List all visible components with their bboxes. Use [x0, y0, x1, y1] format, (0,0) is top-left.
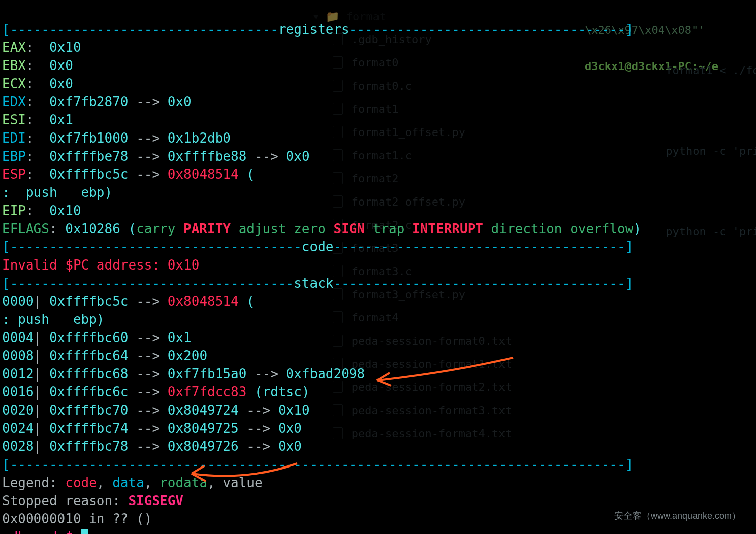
watermark: 安全客（www.anquanke.com） [614, 507, 741, 525]
terminal-output: [----------------------------------regis… [2, 20, 641, 534]
gdb-prompt[interactable]: gdb-peda$ [2, 529, 81, 534]
background-right-text: format1 < ./for python -c 'prin python -… [666, 50, 756, 252]
cursor-icon [81, 529, 88, 534]
